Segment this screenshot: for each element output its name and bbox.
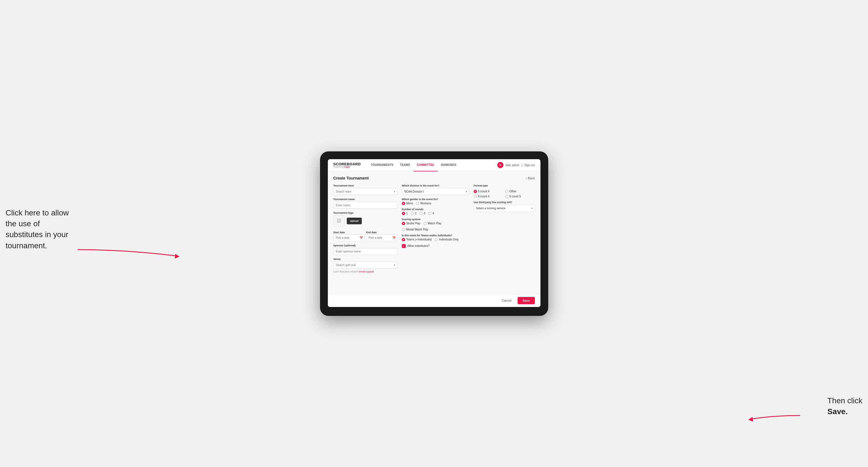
- format-label: Format type: [474, 184, 535, 187]
- scoring-radio-group: Stroke Play Match Play Medal Match Play: [402, 222, 469, 231]
- annotation-right: Then click Save.: [827, 395, 862, 417]
- save-button[interactable]: Save: [518, 297, 535, 304]
- sign-out-link[interactable]: Sign out: [525, 164, 535, 167]
- tournament-name-input[interactable]: [333, 202, 397, 209]
- radio-stroke-circle: [402, 222, 405, 225]
- sponsor-input[interactable]: [333, 248, 397, 255]
- teams-plus-individuals[interactable]: Teams (+Individuals): [402, 238, 432, 241]
- logo-placeholder: 🖼: [333, 215, 344, 226]
- division-group: Which division is the event for? NCAA Di…: [402, 184, 469, 195]
- rounds-group: Number of rounds 1 2: [402, 208, 469, 215]
- individuals-only[interactable]: Individuals Only: [434, 238, 459, 241]
- gender-womens[interactable]: Womens: [416, 202, 431, 205]
- venue-email-link[interactable]: email support: [359, 270, 374, 273]
- form-grid: Tournament Host Tournament name Tourname…: [333, 184, 535, 273]
- nav-user: B blair admin | Sign out: [497, 162, 535, 168]
- format-other-label: Other: [509, 190, 517, 193]
- round-1[interactable]: 1: [402, 212, 408, 215]
- scoring-stroke[interactable]: Stroke Play: [402, 222, 421, 225]
- radio-individuals-circle: [434, 238, 438, 241]
- division-label: Which division is the event for?: [402, 184, 469, 187]
- scoring-service-group: Use third-party live scoring API? Select…: [474, 201, 535, 212]
- svg-marker-1: [748, 417, 753, 422]
- format-6count5-label: 6 count 5: [509, 195, 521, 198]
- substitutes-checkbox[interactable]: [402, 244, 406, 248]
- nav-committee[interactable]: COMMITTEE: [413, 159, 438, 172]
- page-title: Create Tournament: [333, 176, 369, 180]
- end-date-label: End date: [366, 231, 377, 234]
- format-6count5[interactable]: 6 count 5: [505, 195, 535, 198]
- tablet-screen: SCOREBOARD Powered by clippd TOURNAMENTS…: [328, 159, 540, 307]
- calendar-icon-start: 📅: [360, 236, 363, 239]
- logo-upload-row: 🖼 Upload: [333, 215, 397, 226]
- gender-mens[interactable]: Mens: [402, 202, 413, 205]
- round-1-label: 1: [406, 212, 408, 215]
- round-4[interactable]: 4: [428, 212, 434, 215]
- format-radio-group: 5 count 4 Other 6 count 4: [474, 190, 535, 198]
- radio-round-1-circle: [402, 212, 405, 215]
- format-6count4[interactable]: 6 count 4: [474, 195, 503, 198]
- teams-radio-group: Teams (+Individuals) Individuals Only: [402, 238, 469, 241]
- round-2[interactable]: 2: [410, 212, 416, 215]
- scoring-stroke-label: Stroke Play: [406, 222, 421, 225]
- form-col-right: Format type 5 count 4 Other: [474, 184, 535, 273]
- radio-round-4-circle: [428, 212, 431, 215]
- radio-match-circle: [423, 222, 427, 225]
- tournament-name-label: Tournament name: [333, 198, 397, 201]
- nav-tournaments[interactable]: TOURNAMENTS: [367, 159, 397, 172]
- scoring-match[interactable]: Match Play: [423, 222, 441, 225]
- substitutes-checkbox-item[interactable]: Allow substitutes?: [402, 244, 469, 248]
- gender-group: Which gender is the event for? Mens Wome…: [402, 198, 469, 205]
- venue-group: Venue Can't find your venue? email suppo…: [333, 258, 397, 273]
- format-5count4[interactable]: 5 count 4: [474, 190, 503, 193]
- tablet-frame: SCOREBOARD Powered by clippd TOURNAMENTS…: [320, 151, 548, 316]
- teams-plus-label: Teams (+Individuals): [406, 238, 432, 241]
- gender-radio-group: Mens Womens: [402, 202, 469, 205]
- radio-round-3-circle: [420, 212, 423, 215]
- radio-other-circle: [505, 190, 508, 193]
- nav-teams[interactable]: TEAMS: [397, 159, 413, 172]
- upload-button[interactable]: Upload: [347, 218, 362, 224]
- division-select[interactable]: NCAA Division I: [402, 188, 469, 195]
- format-other[interactable]: Other: [505, 190, 535, 193]
- nav-rankings[interactable]: RANKINGS: [438, 159, 460, 172]
- page-content: Create Tournament ‹ Back Tournament Host: [328, 172, 540, 294]
- gender-womens-label: Womens: [420, 202, 431, 205]
- back-link[interactable]: ‹ Back: [526, 177, 535, 180]
- radio-5count4-circle: [474, 190, 477, 193]
- cancel-button[interactable]: Cancel: [498, 297, 516, 304]
- venue-help: Can't find your venue? email support: [333, 270, 397, 273]
- page-header: Create Tournament ‹ Back: [333, 176, 535, 180]
- logo-powered-text: Powered by clippd: [333, 166, 361, 168]
- format-5count4-label: 5 count 4: [478, 190, 490, 193]
- scoring-service-select[interactable]: Select a scoring service: [474, 205, 535, 212]
- form-col-middle: Which division is the event for? NCAA Di…: [402, 184, 469, 273]
- venue-input[interactable]: [333, 261, 397, 269]
- individuals-only-label: Individuals Only: [439, 238, 459, 241]
- radio-round-2-circle: [410, 212, 414, 215]
- tournament-host-group: Tournament Host: [333, 184, 397, 195]
- scoring-label: Scoring system: [402, 218, 469, 221]
- start-date-label: Start date: [333, 231, 345, 234]
- scoring-medal-label: Medal Match Play: [406, 228, 428, 231]
- calendar-icon-end: 📅: [393, 236, 396, 239]
- format-6count4-label: 6 count 4: [478, 195, 490, 198]
- nav-bar: SCOREBOARD Powered by clippd TOURNAMENTS…: [328, 159, 540, 172]
- round-3[interactable]: 3: [420, 212, 426, 215]
- svg-marker-0: [175, 254, 180, 258]
- gender-label: Which gender is the event for?: [402, 198, 469, 201]
- radio-6count4-circle: [474, 195, 477, 198]
- scoring-service-label: Use third-party live scoring API?: [474, 201, 535, 204]
- substitutes-label: Allow substitutes?: [407, 244, 430, 247]
- substitutes-group: Allow substitutes?: [402, 244, 469, 248]
- radio-mens-circle: [402, 202, 405, 205]
- scoring-medal[interactable]: Medal Match Play: [402, 228, 428, 231]
- rounds-label: Number of rounds: [402, 208, 469, 211]
- avatar: B: [497, 162, 503, 168]
- tournament-logo-label: Tournament logo: [333, 212, 397, 214]
- nav-separator: |: [522, 164, 522, 167]
- nav-username: blair admin: [506, 164, 519, 167]
- scoring-match-label: Match Play: [428, 222, 441, 225]
- tournament-host-input[interactable]: [333, 188, 397, 195]
- radio-6count5-circle: [505, 195, 508, 198]
